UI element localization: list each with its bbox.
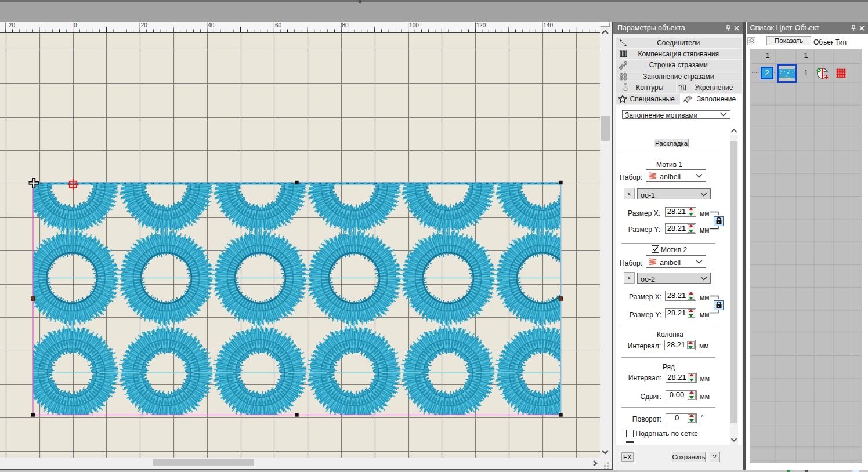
svg-text:120: 120 — [476, 22, 486, 28]
svg-text:0: 0 — [74, 22, 77, 28]
svg-text:80: 80 — [342, 22, 349, 28]
svg-text:140: 140 — [543, 22, 553, 28]
svg-text:100: 100 — [409, 22, 419, 28]
svg-text:40: 40 — [208, 22, 215, 28]
svg-text:-20: -20 — [7, 22, 16, 28]
svg-text:20: 20 — [141, 22, 148, 28]
svg-text:60: 60 — [275, 22, 282, 28]
